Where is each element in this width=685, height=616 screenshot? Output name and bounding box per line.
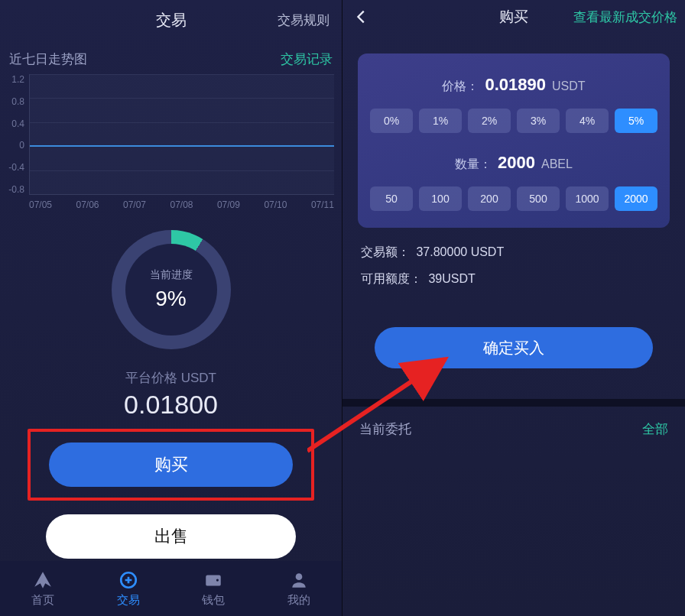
- page-title-left: 交易: [156, 10, 187, 31]
- quantity-chip[interactable]: 500: [517, 186, 560, 211]
- qty-unit: ABEL: [541, 157, 573, 171]
- latest-price-link[interactable]: 查看最新成交价格: [573, 8, 677, 26]
- tab-label: 交易: [117, 593, 140, 608]
- quantity-chip[interactable]: 200: [468, 186, 511, 211]
- wallet-icon: [203, 570, 223, 590]
- tab-label: 我的: [287, 593, 310, 608]
- qty-label: 数量：: [455, 157, 492, 173]
- xtick: 07/09: [217, 199, 240, 210]
- percent-chip[interactable]: 4%: [566, 109, 609, 133]
- xtick: 07/05: [29, 199, 52, 210]
- xtick: 07/11: [311, 199, 334, 210]
- header-right: 购买 查看最新成交价格: [342, 0, 685, 34]
- svg-point-3: [296, 573, 303, 580]
- tab-trade[interactable]: 交易: [86, 561, 171, 616]
- section-divider: [342, 399, 685, 407]
- tab-wallet[interactable]: 钱包: [171, 561, 257, 616]
- trade-icon: [118, 570, 138, 590]
- progress-label: 当前进度: [150, 268, 193, 282]
- trend-title: 近七日走势图: [9, 50, 87, 68]
- ytick: -0.4: [6, 162, 24, 173]
- price-unit: USDT: [552, 79, 586, 93]
- progress-donut: 当前进度 9%: [112, 230, 231, 349]
- xtick: 07/08: [170, 199, 193, 210]
- ytick: 0.8: [6, 96, 24, 107]
- available-label: 可用额度：: [361, 272, 422, 285]
- sell-button[interactable]: 出售: [46, 514, 296, 559]
- percent-chip[interactable]: 5%: [615, 109, 657, 133]
- order-card: 价格： 0.01890 USDT 0%1%2%3%4%5% 数量： 2000 A…: [358, 53, 670, 228]
- svg-point-2: [216, 579, 219, 581]
- tab-label: 首页: [31, 593, 54, 608]
- trend-chart: 1.2 0.8 0.4 0 -0.4 -0.8 07/05 07/06 07/0…: [0, 74, 342, 216]
- price-value: 0.01890: [485, 75, 546, 95]
- percent-chip[interactable]: 0%: [370, 109, 413, 133]
- ytick: 0: [6, 140, 24, 151]
- confirm-buy-button[interactable]: 确定买入: [375, 327, 653, 368]
- platform-price-label: 平台价格 USDT: [125, 369, 216, 387]
- page-title-right: 购买: [499, 7, 528, 27]
- buy-button[interactable]: 购买: [49, 443, 293, 487]
- xtick: 07/10: [264, 199, 287, 210]
- home-icon: [33, 570, 53, 590]
- amount-label: 交易额：: [361, 245, 410, 258]
- current-orders-label: 当前委托: [359, 420, 411, 438]
- price-label: 价格：: [442, 79, 479, 95]
- rules-link[interactable]: 交易规则: [278, 11, 330, 29]
- percent-chip[interactable]: 2%: [468, 109, 511, 133]
- xtick: 07/07: [123, 199, 146, 210]
- quantity-chip[interactable]: 1000: [566, 186, 609, 211]
- user-icon: [289, 570, 309, 590]
- tab-label: 钱包: [202, 593, 225, 608]
- quantity-chip[interactable]: 50: [370, 186, 413, 211]
- qty-value: 2000: [498, 153, 535, 173]
- percent-chip[interactable]: 3%: [517, 109, 560, 133]
- tab-home[interactable]: 首页: [0, 561, 86, 616]
- percent-chip[interactable]: 1%: [419, 109, 462, 133]
- xtick: 07/06: [76, 199, 99, 210]
- ytick: -0.8: [6, 184, 24, 195]
- platform-price-value: 0.01800: [124, 390, 218, 420]
- ytick: 0.4: [6, 118, 24, 129]
- tab-me[interactable]: 我的: [256, 561, 342, 616]
- trade-history-link[interactable]: 交易记录: [281, 50, 333, 68]
- quantity-chip[interactable]: 100: [419, 186, 462, 211]
- header-left: 交易 交易规则: [0, 0, 342, 40]
- amount-value: 37.80000 USDT: [416, 245, 504, 258]
- all-orders-link[interactable]: 全部: [642, 420, 668, 438]
- bottom-tabbar: 首页 交易 钱包 我的: [0, 561, 342, 616]
- quantity-chip[interactable]: 2000: [615, 186, 657, 211]
- progress-value: 9%: [155, 287, 186, 311]
- annotation-highlight: 购买: [28, 429, 314, 501]
- available-value: 39USDT: [428, 272, 475, 285]
- back-icon[interactable]: [353, 8, 370, 25]
- ytick: 1.2: [6, 74, 24, 85]
